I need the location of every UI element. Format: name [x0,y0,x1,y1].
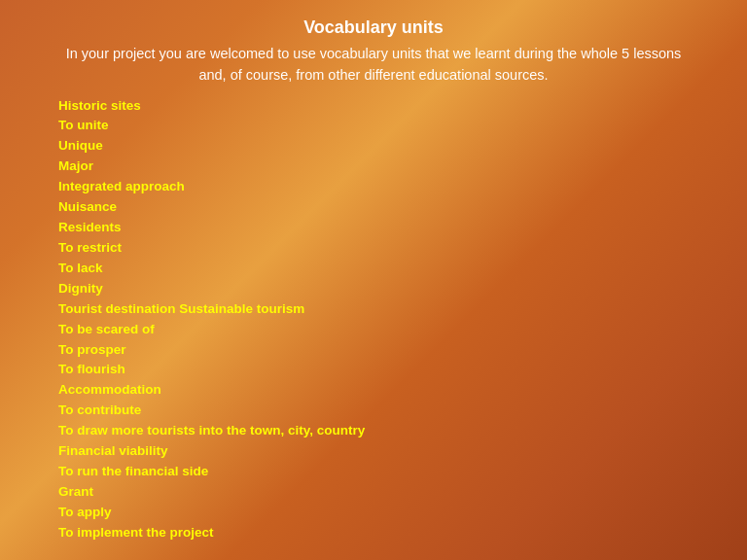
list-item: Unique [58,136,689,157]
list-item: Nuisance [58,197,689,218]
list-item: To draw more tourists into the town, cit… [58,421,689,441]
list-item: To implement the project [58,523,689,543]
list-item: To restrict [58,238,689,259]
list-item: Residents [58,218,689,238]
list-item: To be scared of [58,320,689,340]
list-item: To lack [58,259,689,279]
list-item: To apply [58,503,689,523]
list-item: Grant [58,482,689,503]
list-item: Accommodation [58,380,689,401]
slide-title: Vocabulary units [303,18,444,38]
slide-background: Vocabulary units In your project you are… [0,0,747,560]
list-item: Financial viability [58,441,689,462]
list-item: To prosper [58,340,689,361]
list-item: Major [58,157,689,177]
vocabulary-list: Historic sitesTo uniteUniqueMajorIntegra… [58,96,689,543]
list-item: To flourish [58,360,689,380]
list-item: To contribute [58,401,689,421]
list-item: Integrated approach [58,177,689,197]
slide-subtitle: In your project you are welcomed to use … [58,44,689,87]
list-item: To run the financial side [58,462,689,482]
list-item: To unite [58,116,689,136]
list-item: Historic sites [58,96,689,117]
list-item: Dignity [58,279,689,299]
list-item: Tourist destination Sustainable tourism [58,299,689,320]
